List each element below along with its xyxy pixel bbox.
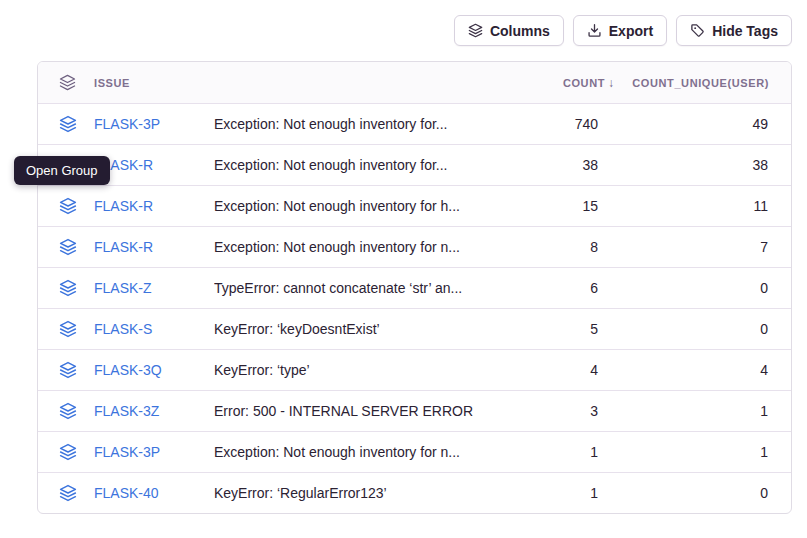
layers-icon: [59, 74, 76, 91]
count-value: 6: [499, 280, 614, 296]
open-group-icon[interactable]: [59, 115, 77, 133]
header-icon-cell: [38, 74, 94, 91]
count-value: 38: [499, 157, 614, 173]
issue-link[interactable]: FLASK-S: [94, 321, 214, 337]
table-row: FLASK-3P Exception: Not enough inventory…: [38, 103, 791, 144]
count-unique-value: 38: [614, 157, 791, 173]
issue-title: Exception: Not enough inventory for...: [214, 157, 499, 173]
columns-button-label: Columns: [490, 23, 550, 39]
issues-table: ISSUE COUNT ↓ COUNT_UNIQUE(USER) FLASK-3…: [37, 61, 792, 514]
count-unique-value: 1: [614, 403, 791, 419]
issue-title: KeyError: ‘keyDoesntExist’: [214, 321, 499, 337]
count-header-label: COUNT: [563, 77, 605, 89]
tag-icon: [690, 23, 705, 38]
issue-link[interactable]: FLASK-R: [94, 198, 214, 214]
export-button-label: Export: [609, 23, 653, 39]
table-row: FLASK-R Exception: Not enough inventory …: [38, 185, 791, 226]
count-column-header[interactable]: COUNT ↓: [499, 76, 614, 90]
issue-link[interactable]: FLASK-3P: [94, 116, 214, 132]
count-unique-column-header[interactable]: COUNT_UNIQUE(USER): [614, 77, 791, 89]
table-row: FLASK-S KeyError: ‘keyDoesntExist’ 5 0: [38, 308, 791, 349]
issue-link[interactable]: FLASK-Z: [94, 280, 214, 296]
table-row: FLASK-40 KeyError: ‘RegularError123’ 1 0: [38, 472, 791, 513]
issue-link[interactable]: FLASK-3Z: [94, 403, 214, 419]
open-group-icon[interactable]: [59, 320, 77, 338]
issue-column-header[interactable]: ISSUE: [94, 77, 214, 89]
open-group-icon[interactable]: [59, 197, 77, 215]
export-button[interactable]: Export: [573, 15, 667, 46]
issue-link[interactable]: FLASK-R: [94, 157, 214, 173]
issue-title: Error: 500 - INTERNAL SERVER ERROR: [214, 403, 499, 419]
open-group-icon[interactable]: [59, 279, 77, 297]
open-group-icon[interactable]: [59, 238, 77, 256]
table-row: FLASK-3P Exception: Not enough inventory…: [38, 431, 791, 472]
count-value: 740: [499, 116, 614, 132]
issue-title: KeyError: ‘type’: [214, 362, 499, 378]
table-row: FLASK-Z TypeError: cannot concatenate ‘s…: [38, 267, 791, 308]
count-unique-value: 49: [614, 116, 791, 132]
count-value: 1: [499, 444, 614, 460]
count-unique-value: 0: [614, 321, 791, 337]
count-value: 8: [499, 239, 614, 255]
issue-title: KeyError: ‘RegularError123’: [214, 485, 499, 501]
table-header-row: ISSUE COUNT ↓ COUNT_UNIQUE(USER): [38, 62, 791, 103]
count-unique-value: 11: [614, 198, 791, 214]
issue-title: Exception: Not enough inventory for n...: [214, 444, 499, 460]
columns-stack-icon: [468, 23, 483, 38]
issue-title: Exception: Not enough inventory for...: [214, 116, 499, 132]
columns-button[interactable]: Columns: [454, 15, 564, 46]
table-row: FLASK-R Exception: Not enough inventory …: [38, 226, 791, 267]
toolbar: Columns Export Hide Tags: [454, 15, 792, 46]
table-row: FLASK-3Z Error: 500 - INTERNAL SERVER ER…: [38, 390, 791, 431]
count-value: 1: [499, 485, 614, 501]
hide-tags-button-label: Hide Tags: [712, 23, 778, 39]
count-value: 4: [499, 362, 614, 378]
count-value: 5: [499, 321, 614, 337]
count-unique-value: 4: [614, 362, 791, 378]
issue-link[interactable]: FLASK-3P: [94, 444, 214, 460]
issue-link[interactable]: FLASK-3Q: [94, 362, 214, 378]
open-group-icon[interactable]: [59, 484, 77, 502]
count-unique-value: 0: [614, 280, 791, 296]
table-row: FLASK-R Exception: Not enough inventory …: [38, 144, 791, 185]
issue-title: Exception: Not enough inventory for n...: [214, 239, 499, 255]
open-group-icon[interactable]: [59, 361, 77, 379]
issue-title: Exception: Not enough inventory for h...: [214, 198, 499, 214]
hide-tags-button[interactable]: Hide Tags: [676, 15, 792, 46]
export-download-icon: [587, 23, 602, 38]
count-value: 15: [499, 198, 614, 214]
issue-link[interactable]: FLASK-R: [94, 239, 214, 255]
table-row: FLASK-3Q KeyError: ‘type’ 4 4: [38, 349, 791, 390]
open-group-tooltip: Open Group: [14, 156, 110, 185]
issue-link[interactable]: FLASK-40: [94, 485, 214, 501]
count-unique-value: 0: [614, 485, 791, 501]
open-group-icon[interactable]: [59, 402, 77, 420]
count-value: 3: [499, 403, 614, 419]
count-unique-value: 1: [614, 444, 791, 460]
open-group-icon[interactable]: [59, 443, 77, 461]
count-unique-value: 7: [614, 239, 791, 255]
issue-title: TypeError: cannot concatenate ‘str’ an..…: [214, 280, 499, 296]
